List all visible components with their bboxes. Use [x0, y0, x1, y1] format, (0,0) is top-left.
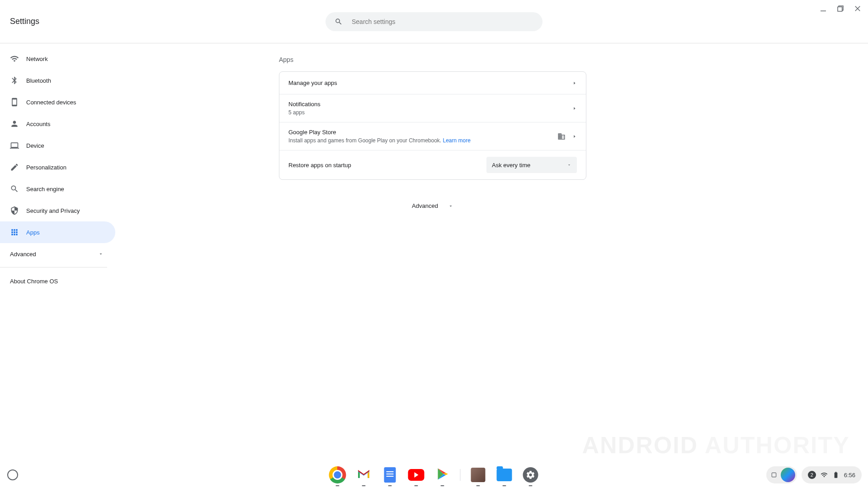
row-subtitle: Install apps and games from Google Play … — [288, 137, 551, 144]
shelf-divider — [460, 469, 461, 481]
restore-icon[interactable] — [836, 5, 844, 13]
wifi-icon — [821, 471, 828, 479]
status-tray[interactable]: 2 6:56 — [802, 466, 862, 483]
chevron-down-icon — [448, 203, 453, 209]
avatar — [781, 468, 795, 482]
sidebar-item-network[interactable]: Network — [0, 48, 115, 70]
shelf-app-files[interactable] — [496, 466, 513, 483]
sidebar-item-search-engine[interactable]: Search engine — [0, 178, 115, 200]
sidebar-item-personalization[interactable]: Personalization — [0, 156, 115, 178]
sidebar-item-label: Search engine — [26, 186, 64, 192]
notification-count: 2 — [808, 471, 816, 479]
row-title: Restore apps on startup — [288, 162, 480, 169]
bluetooth-icon — [10, 76, 19, 85]
dropdown-value: Ask every time — [492, 162, 530, 169]
battery-icon — [832, 471, 840, 479]
advanced-label: Advanced — [412, 202, 438, 209]
person-icon — [10, 119, 19, 128]
header: Settings — [0, 0, 868, 43]
close-icon[interactable] — [854, 5, 862, 13]
sidebar-divider — [0, 267, 107, 267]
search-input[interactable] — [352, 18, 533, 25]
settings-card: Manage your apps Notifications 5 apps Go… — [279, 71, 586, 180]
row-title: Manage your apps — [288, 80, 566, 86]
status-avatar-button[interactable] — [766, 466, 797, 483]
sidebar-item-label: Personalization — [26, 164, 66, 171]
clock: 6:56 — [844, 472, 855, 479]
row-restore-apps: Restore apps on startup Ask every time — [279, 150, 586, 179]
window-controls — [819, 5, 862, 13]
youtube-icon — [408, 469, 425, 481]
play-store-icon — [436, 467, 449, 483]
svg-rect-2 — [838, 7, 842, 11]
chrome-icon — [329, 466, 346, 483]
row-title: Notifications — [288, 101, 566, 108]
shelf-app-settings[interactable] — [522, 466, 539, 483]
page-title: Settings — [10, 17, 39, 26]
sidebar-about[interactable]: About Chrome OS — [0, 270, 115, 285]
sidebar-item-accounts[interactable]: Accounts — [0, 113, 115, 135]
shelf-app-chrome[interactable] — [329, 466, 346, 483]
section-heading: Apps — [279, 56, 868, 63]
wifi-icon — [10, 54, 19, 63]
sidebar-item-label: Device — [26, 142, 44, 149]
row-google-play[interactable]: Google Play Store Install apps and games… — [279, 122, 586, 150]
sidebar-item-label: Accounts — [26, 121, 50, 127]
files-icon — [497, 469, 512, 481]
phone-hub-icon — [771, 472, 777, 478]
sidebar-item-label: Bluetooth — [26, 77, 51, 84]
domain-icon — [557, 132, 566, 141]
chevron-down-icon — [98, 251, 104, 257]
shelf-app-gmail[interactable] — [355, 466, 373, 483]
restore-dropdown[interactable]: Ask every time — [486, 157, 577, 173]
chevron-right-icon — [572, 104, 577, 113]
row-subtitle: 5 apps — [288, 109, 566, 116]
apps-icon — [10, 228, 19, 237]
sidebar-advanced-label: Advanced — [10, 251, 36, 258]
minimize-icon[interactable] — [819, 5, 827, 13]
sidebar-item-apps[interactable]: Apps — [0, 221, 115, 243]
sidebar-item-label: Security and Privacy — [26, 207, 80, 214]
laptop-icon — [10, 141, 19, 150]
chevron-down-icon — [567, 163, 571, 167]
shelf-apps — [329, 466, 539, 483]
shelf-app-youtube[interactable] — [408, 466, 425, 483]
row-manage-apps[interactable]: Manage your apps — [279, 72, 586, 94]
sidebar-item-label: Connected devices — [26, 99, 76, 106]
advanced-toggle[interactable]: Advanced — [279, 202, 586, 209]
main-content: Apps Manage your apps Notifications 5 ap… — [115, 43, 868, 462]
sidebar-item-device[interactable]: Device — [0, 135, 115, 156]
sidebar-item-label: Apps — [26, 229, 40, 236]
chevron-right-icon — [572, 79, 577, 87]
shield-icon — [10, 206, 19, 215]
gear-icon — [523, 467, 538, 483]
sidebar-item-bluetooth[interactable]: Bluetooth — [0, 70, 115, 91]
search-icon — [335, 18, 343, 26]
chevron-right-icon — [572, 132, 577, 141]
docs-icon — [384, 467, 396, 483]
shelf-app-package[interactable] — [470, 466, 487, 483]
search-icon — [10, 184, 19, 193]
sidebar-advanced-toggle[interactable]: Advanced — [0, 243, 115, 265]
search-box[interactable] — [326, 12, 542, 31]
gmail-icon — [357, 469, 371, 481]
launcher-button[interactable] — [7, 469, 18, 480]
shelf-app-play[interactable] — [434, 466, 451, 483]
sidebar-item-security[interactable]: Security and Privacy — [0, 200, 115, 221]
sidebar-item-connected-devices[interactable]: Connected devices — [0, 91, 115, 113]
svg-rect-0 — [821, 11, 826, 12]
status-area: 2 6:56 — [766, 466, 862, 483]
shelf: 2 6:56 — [0, 462, 868, 488]
row-notifications[interactable]: Notifications 5 apps — [279, 94, 586, 122]
phone-icon — [10, 98, 19, 107]
package-icon — [471, 468, 486, 482]
brush-icon — [10, 163, 19, 172]
sidebar: Network Bluetooth Connected devices Acco… — [0, 43, 115, 462]
row-title: Google Play Store — [288, 129, 551, 136]
svg-rect-3 — [772, 473, 776, 477]
shelf-app-docs[interactable] — [382, 466, 399, 483]
learn-more-link[interactable]: Learn more — [443, 137, 471, 144]
sidebar-item-label: Network — [26, 56, 48, 62]
